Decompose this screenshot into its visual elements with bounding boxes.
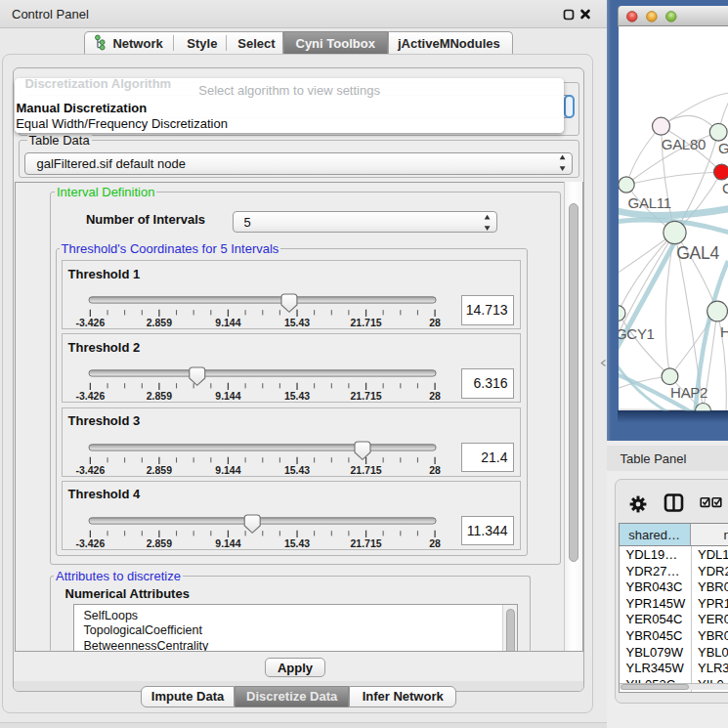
svg-text:28: 28 <box>429 465 441 476</box>
svg-text:21.715: 21.715 <box>350 392 381 403</box>
svg-text:HAP2: HAP2 <box>670 383 707 400</box>
svg-text:9.144: 9.144 <box>215 319 240 329</box>
svg-text:GAL80: GAL80 <box>661 135 705 151</box>
svg-text:2.859: 2.859 <box>146 465 171 476</box>
svg-text:9.144: 9.144 <box>215 538 240 549</box>
svg-text:GCY1: GCY1 <box>619 324 655 341</box>
svg-text:GAL11: GAL11 <box>627 193 670 210</box>
svg-text:21.715: 21.715 <box>350 538 381 549</box>
svg-text:15.43: 15.43 <box>283 392 309 403</box>
svg-text:GA: GA <box>718 139 728 155</box>
svg-text:-3.426: -3.426 <box>75 465 105 476</box>
svg-text:H: H <box>720 323 728 340</box>
svg-text:-3.426: -3.426 <box>75 538 105 549</box>
svg-text:-3.426: -3.426 <box>75 319 105 329</box>
svg-text:-3.426: -3.426 <box>75 392 105 403</box>
svg-text:9.144: 9.144 <box>215 392 240 403</box>
svg-text:2.859: 2.859 <box>146 319 171 329</box>
svg-text:28: 28 <box>429 319 441 329</box>
svg-text:15.43: 15.43 <box>283 465 309 476</box>
svg-text:21.715: 21.715 <box>350 465 381 476</box>
svg-text:21.715: 21.715 <box>350 319 381 329</box>
svg-text:28: 28 <box>429 392 441 403</box>
svg-text:2.859: 2.859 <box>146 392 171 403</box>
svg-text:15.43: 15.43 <box>283 538 309 549</box>
svg-text:G: G <box>722 180 728 196</box>
svg-text:9.144: 9.144 <box>215 465 240 476</box>
svg-text:15.43: 15.43 <box>283 319 309 329</box>
svg-text:GAL4: GAL4 <box>676 243 719 263</box>
svg-text:28: 28 <box>429 538 441 549</box>
svg-text:2.859: 2.859 <box>146 538 171 549</box>
